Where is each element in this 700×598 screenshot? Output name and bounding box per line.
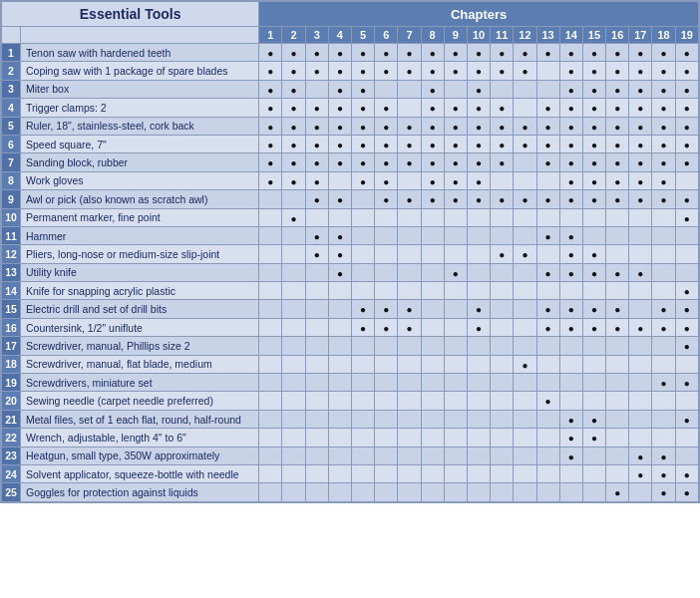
dot-cell-9-ch1 [259,190,282,208]
dot-marker: ● [267,48,273,59]
dot-marker: ● [476,323,482,334]
table-row: 3Miter box●●●●●●●●●●●● [2,80,699,98]
dot-marker: ● [591,122,597,133]
dot-marker: ● [684,378,690,389]
dot-marker: ● [684,85,690,96]
table-row: 25Goggles for protection against liquids… [2,483,699,501]
dot-cell-23-ch15 [582,447,605,464]
dot-marker: ● [453,268,459,279]
dot-cell-13-ch8 [421,263,444,281]
dot-cell-7-ch18: ● [652,153,675,171]
dot-marker: ● [360,103,366,114]
dot-cell-12-ch5 [352,245,375,263]
dot-cell-8-ch18: ● [652,171,675,189]
dot-cell-2-ch1: ● [259,62,282,80]
dot-marker: ● [291,140,297,150]
table-row: 16Countersink, 1/2" uniflute●●●●●●●●●●● [2,318,699,336]
dot-cell-3-ch6 [375,80,398,98]
dot-cell-5-ch16: ● [606,117,629,135]
dot-cell-11-ch15 [582,226,605,244]
dot-cell-17-ch11 [491,337,514,355]
dot-cell-8-ch12 [514,171,536,189]
dot-marker: ● [568,122,574,133]
chapter-num-3: 3 [305,27,328,44]
dot-marker: ● [522,66,527,77]
dot-marker: ● [684,213,690,224]
dot-cell-7-ch4: ● [328,153,351,171]
dot-cell-17-ch17 [629,337,652,355]
chapter-num-17: 17 [629,27,652,44]
dot-cell-23-ch8 [421,447,444,464]
dot-marker: ● [545,268,551,279]
dot-cell-15-ch19: ● [675,300,698,318]
dot-cell-4-ch6: ● [375,99,398,117]
dot-cell-8-ch6: ● [375,171,398,189]
row-number: 16 [2,318,21,336]
dot-cell-6-ch14: ● [559,135,582,152]
dot-cell-21-ch12 [514,410,536,428]
dot-cell-15-ch3 [305,300,328,318]
dot-cell-18-ch16 [606,355,629,373]
dot-cell-25-ch16: ● [606,483,629,501]
dot-cell-1-ch2: ● [282,44,305,62]
dot-cell-15-ch4 [328,300,351,318]
chapter-num-16: 16 [606,27,629,44]
dot-cell-24-ch1 [259,464,282,482]
tool-name: Countersink, 1/2" uniflute [20,318,258,336]
dot-marker: ● [291,213,297,224]
dot-marker: ● [637,323,643,334]
tool-name: Screwdriver, manual, Phillips size 2 [20,337,258,355]
table-row: 7Sanding block, rubber●●●●●●●●●●●●●●●●●● [2,153,699,171]
dot-marker: ● [314,140,320,150]
dot-cell-22-ch13 [536,429,559,447]
dot-marker: ● [499,249,505,260]
dot-cell-21-ch18 [652,410,675,428]
dot-marker: ● [476,194,482,205]
dot-cell-8-ch14: ● [559,171,582,189]
dot-cell-15-ch13: ● [536,300,559,318]
dot-cell-21-ch2 [282,410,305,428]
dot-marker: ● [314,66,320,77]
dot-marker: ● [267,103,273,114]
dot-cell-24-ch3 [305,464,328,482]
dot-cell-20-ch19 [675,392,698,410]
dot-marker: ● [453,176,459,187]
dot-marker: ● [476,140,482,150]
dot-cell-6-ch18: ● [652,135,675,152]
dot-marker: ● [614,304,620,315]
dot-cell-11-ch8 [421,226,444,244]
dot-marker: ● [360,48,366,59]
dot-cell-3-ch10: ● [467,80,490,98]
dot-marker: ● [591,140,597,150]
tools-body: 1Tenon saw with hardened teeth●●●●●●●●●●… [2,44,699,502]
dot-cell-16-ch12 [514,318,536,336]
dot-cell-15-ch15: ● [582,300,605,318]
row-number: 1 [2,44,21,62]
dot-cell-24-ch14 [559,464,582,482]
table-row: 5Ruler, 18", stainless-steel, cork back●… [2,117,699,135]
dot-marker: ● [267,176,273,187]
dot-cell-23-ch13 [536,447,559,464]
dot-marker: ● [406,157,412,168]
dot-cell-2-ch13 [536,62,559,80]
dot-cell-18-ch7 [398,355,421,373]
dot-marker: ● [684,323,690,334]
dot-marker: ● [383,66,389,77]
dot-cell-5-ch9: ● [444,117,467,135]
dot-marker: ● [406,66,412,77]
dot-cell-8-ch3: ● [305,171,328,189]
dot-marker: ● [568,140,574,150]
dot-cell-15-ch18: ● [652,300,675,318]
dot-cell-23-ch4 [328,447,351,464]
dot-cell-6-ch10: ● [467,135,490,152]
dot-cell-3-ch16: ● [606,80,629,98]
dot-cell-15-ch12 [514,300,536,318]
dot-cell-22-ch16 [606,429,629,447]
dot-cell-4-ch11: ● [491,99,514,117]
dot-marker: ● [337,231,343,242]
dot-marker: ● [545,231,551,242]
dot-marker: ● [360,85,366,96]
dot-cell-11-ch1 [259,226,282,244]
dot-cell-7-ch13: ● [536,153,559,171]
dot-cell-7-ch9: ● [444,153,467,171]
